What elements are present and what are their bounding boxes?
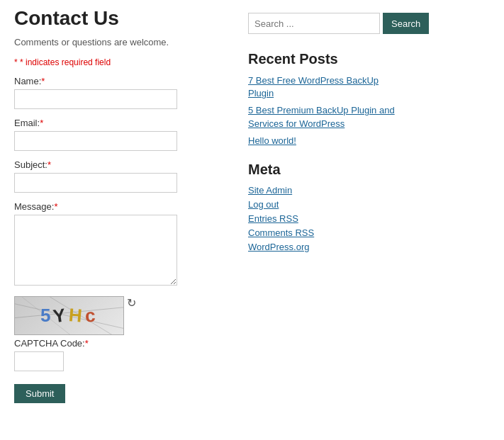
captcha-image: 5YHc xyxy=(14,296,124,335)
captcha-row: 5YHc ↻ xyxy=(14,296,220,338)
required-notice: * * indicates required field xyxy=(14,57,220,67)
meta-log-out[interactable]: Log out xyxy=(248,199,404,210)
email-input[interactable] xyxy=(14,131,177,151)
recent-posts-list: 7 Best Free WordPress BackUp Plugin 5 Be… xyxy=(248,74,404,147)
search-row: Search xyxy=(248,13,404,34)
message-textarea[interactable] xyxy=(14,215,177,286)
search-input[interactable] xyxy=(248,13,380,34)
submit-button[interactable]: Submit xyxy=(14,384,65,403)
captcha-refresh-icon[interactable]: ↻ xyxy=(127,296,136,310)
subject-input[interactable] xyxy=(14,173,177,193)
sidebar: Search Recent Posts 7 Best Free WordPres… xyxy=(248,7,404,403)
subtitle: Comments or questions are welcome. xyxy=(14,37,220,47)
subject-label: Subject:* xyxy=(14,159,220,170)
meta-entries-rss[interactable]: Entries RSS xyxy=(248,213,404,224)
recent-posts-heading: Recent Posts xyxy=(248,51,404,67)
name-group: Name:* xyxy=(14,76,220,109)
captcha-area: 5YHc ↻ CAPTCHA Code:* xyxy=(14,296,220,371)
meta-wordpress-org[interactable]: WordPress.org xyxy=(248,242,404,252)
message-label: Message:* xyxy=(14,201,220,212)
meta-site-admin[interactable]: Site Admin xyxy=(248,185,404,196)
captcha-code-group: CAPTCHA Code:* xyxy=(14,338,220,371)
recent-post-3[interactable]: Hello world! xyxy=(248,135,404,147)
recent-post-1[interactable]: 7 Best Free WordPress BackUp Plugin xyxy=(248,74,404,100)
email-label: Email:* xyxy=(14,118,220,128)
meta-section: Meta Site Admin Log out Entries RSS Comm… xyxy=(248,162,404,252)
name-input[interactable] xyxy=(14,89,177,109)
captcha-input[interactable] xyxy=(14,351,64,371)
recent-post-2[interactable]: 5 Best Premium BackUp Plugin and Service… xyxy=(248,104,404,130)
subject-group: Subject:* xyxy=(14,159,220,193)
meta-links: Site Admin Log out Entries RSS Comments … xyxy=(248,185,404,252)
meta-heading: Meta xyxy=(248,162,404,178)
asterisk: * xyxy=(14,57,18,67)
meta-comments-rss[interactable]: Comments RSS xyxy=(248,227,404,238)
captcha-label: CAPTCHA Code:* xyxy=(14,338,220,349)
email-group: Email:* xyxy=(14,118,220,151)
name-label: Name:* xyxy=(14,76,220,86)
page-title: Contact Us xyxy=(14,7,220,30)
main-content: Contact Us Comments or questions are wel… xyxy=(14,7,220,403)
search-button[interactable]: Search xyxy=(383,13,429,34)
captcha-display: 5YHc xyxy=(40,305,98,327)
message-group: Message:* xyxy=(14,201,220,288)
